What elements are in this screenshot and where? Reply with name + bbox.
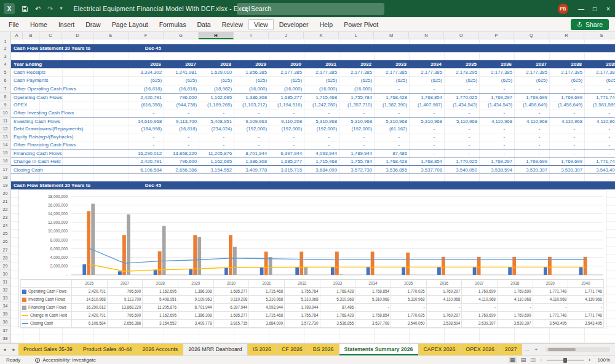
- cell[interactable]: -: [444, 125, 479, 133]
- row-label[interactable]: Equity Raisings/(Buybacks): [14, 133, 73, 141]
- cell[interactable]: (625): [129, 76, 164, 84]
- cell[interactable]: 1,162,695: [199, 157, 234, 165]
- ribbon-tab-developer[interactable]: Developer: [274, 19, 314, 30]
- cell[interactable]: 16,290,012: [129, 149, 164, 157]
- close-button[interactable]: ×: [601, 0, 615, 17]
- cell[interactable]: -: [409, 141, 444, 149]
- row-header-8[interactable]: 8: [0, 93, 10, 101]
- cell[interactable]: (184,998): [129, 125, 164, 133]
- cell[interactable]: -: [234, 109, 269, 117]
- cell[interactable]: -: [549, 133, 584, 141]
- cell[interactable]: -: [584, 149, 615, 157]
- cell[interactable]: (1,458,649): [549, 101, 584, 109]
- row-header-25[interactable]: 25: [0, 229, 10, 237]
- cell[interactable]: (18,982): [199, 85, 234, 93]
- row-header-29[interactable]: 29: [0, 262, 10, 270]
- cell[interactable]: -: [269, 133, 304, 141]
- cell[interactable]: -: [339, 141, 374, 149]
- cell[interactable]: 4,093,944: [304, 149, 339, 157]
- cell[interactable]: 11,205,876: [199, 149, 234, 157]
- cell[interactable]: 3,334,302: [129, 68, 164, 76]
- column-header-J[interactable]: J: [269, 32, 304, 39]
- cell[interactable]: -: [199, 141, 234, 149]
- cell[interactable]: -: [444, 109, 479, 117]
- zoom-slider-thumb[interactable]: [563, 358, 567, 363]
- cell[interactable]: 9,109,963: [234, 117, 269, 125]
- cell[interactable]: -: [514, 109, 549, 117]
- cell[interactable]: 14,610,968: [129, 117, 164, 125]
- cell[interactable]: 2,656,386: [164, 166, 199, 174]
- row-label[interactable]: Other Operating Cash Flows: [14, 85, 76, 93]
- cell[interactable]: -: [304, 133, 339, 141]
- cell[interactable]: 4,110,968: [514, 117, 549, 125]
- cell[interactable]: 4,110,968: [549, 117, 584, 125]
- cell[interactable]: 1,769,699: [514, 93, 549, 101]
- row-header-16[interactable]: 16: [0, 157, 10, 165]
- cell[interactable]: (625): [444, 76, 479, 84]
- cell[interactable]: 796,600: [164, 157, 199, 165]
- zoom-slider[interactable]: [547, 360, 584, 361]
- cell[interactable]: (625): [374, 76, 409, 84]
- row-header-38[interactable]: 38: [0, 334, 10, 342]
- select-all-corner[interactable]: [0, 32, 11, 39]
- cell[interactable]: (944,738): [164, 101, 199, 109]
- cell[interactable]: 796,600: [164, 93, 199, 101]
- cell[interactable]: -: [199, 133, 234, 141]
- column-header-D[interactable]: D: [62, 32, 93, 39]
- cell[interactable]: (1,189,265): [199, 101, 234, 109]
- cell[interactable]: (16,818): [164, 125, 199, 133]
- cell[interactable]: 6,397,944: [269, 149, 304, 157]
- cell[interactable]: -: [339, 109, 374, 117]
- cell[interactable]: 2,178,295: [444, 68, 479, 76]
- column-header-B[interactable]: B: [23, 32, 39, 39]
- cell[interactable]: -: [409, 125, 444, 133]
- cell[interactable]: 6,106,584: [129, 166, 164, 174]
- row-header-13[interactable]: 13: [0, 133, 10, 141]
- cell[interactable]: 2,177,385: [514, 68, 549, 76]
- row-header-21[interactable]: 21: [0, 197, 10, 205]
- cell[interactable]: (625): [164, 76, 199, 84]
- cell[interactable]: 3,539,397: [549, 166, 584, 174]
- cell[interactable]: -: [374, 133, 409, 141]
- cell[interactable]: (16,818): [129, 85, 164, 93]
- cell[interactable]: -: [549, 85, 584, 93]
- row-header-6[interactable]: 6: [0, 76, 10, 84]
- cell[interactable]: -: [479, 149, 514, 157]
- cell[interactable]: 1,771,748: [584, 93, 615, 101]
- row-header-15[interactable]: 15: [0, 149, 10, 157]
- row-header-18[interactable]: 18: [0, 173, 10, 181]
- row-header-27[interactable]: 27: [0, 246, 10, 254]
- cell[interactable]: 1,715,468: [304, 93, 339, 101]
- row-header-14[interactable]: 14: [0, 141, 10, 149]
- cell[interactable]: (625): [409, 76, 444, 84]
- sheet-tab-2026-accounts[interactable]: 2026 Accounts: [137, 344, 183, 355]
- ribbon-tab-insert[interactable]: Insert: [53, 19, 80, 30]
- cell[interactable]: 1,771,748: [584, 157, 615, 165]
- cell[interactable]: 2,177,385: [374, 68, 409, 76]
- column-header-I[interactable]: I: [234, 32, 269, 39]
- horizontal-scrollbar[interactable]: [546, 347, 610, 352]
- row-label[interactable]: Cash Receipts: [14, 68, 46, 76]
- cell[interactable]: 1,755,784: [339, 93, 374, 101]
- cell[interactable]: (1,103,212): [234, 101, 269, 109]
- row-label[interactable]: Other Financing Cash Flows: [14, 141, 76, 149]
- row-label[interactable]: Closing Cash: [14, 166, 43, 174]
- row-header-35[interactable]: 35: [0, 310, 10, 318]
- row-header-11[interactable]: 11: [0, 117, 10, 125]
- cell[interactable]: -: [514, 85, 549, 93]
- cell[interactable]: (625): [269, 76, 304, 84]
- cell[interactable]: (1,581,589): [584, 101, 615, 109]
- cell[interactable]: -: [164, 109, 199, 117]
- cell[interactable]: (625): [199, 76, 234, 84]
- column-header-Q[interactable]: Q: [514, 32, 549, 39]
- cell[interactable]: 1,770,025: [444, 157, 479, 165]
- cell[interactable]: -: [549, 109, 584, 117]
- cell[interactable]: -: [549, 141, 584, 149]
- row-header-19[interactable]: 19: [0, 181, 10, 189]
- cell[interactable]: (625): [479, 76, 514, 84]
- cell[interactable]: -: [444, 149, 479, 157]
- cell[interactable]: 3,540,050: [444, 166, 479, 174]
- minimize-button[interactable]: —: [574, 0, 588, 17]
- cell[interactable]: 3,543,495: [584, 166, 615, 174]
- row-label[interactable]: Debt Drawdowns/(Repayments): [14, 125, 83, 133]
